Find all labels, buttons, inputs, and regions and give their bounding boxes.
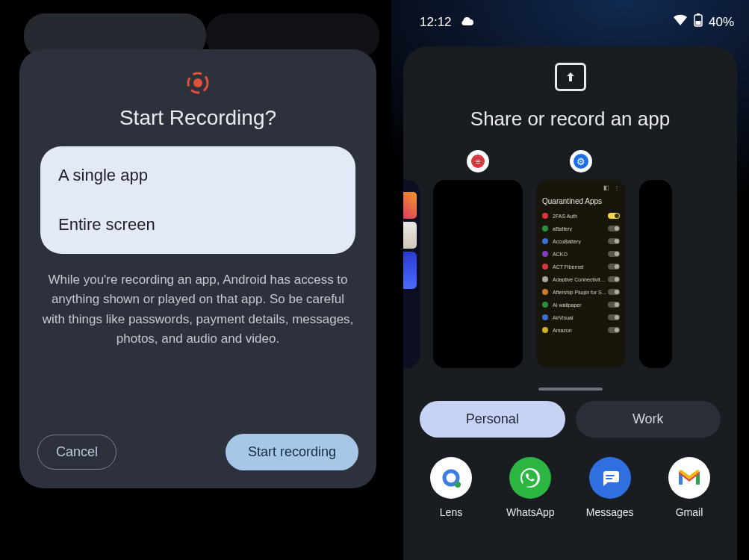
recent-app-card[interactable]: ≡ [433, 150, 523, 374]
share-target-gmail[interactable]: Gmail [659, 457, 719, 518]
app-thumbnail: ◧⋮ Quarantined Apps 2FAS Auth aBattery A… [536, 180, 626, 368]
svg-point-1 [193, 78, 202, 87]
status-battery-percent: 40% [709, 15, 734, 30]
share-targets-row: Lens WhatsApp Messages Gmail [403, 457, 737, 527]
app-icon: ≡ [467, 150, 489, 172]
wifi-icon [673, 14, 688, 30]
battery-icon [694, 13, 703, 31]
profile-tabs: Personal Work [403, 401, 737, 438]
recent-apps-row[interactable]: 🎨 all of the Day Mighty Morph ≡ [403, 150, 737, 374]
svg-rect-9 [606, 478, 612, 479]
app-thumbnail [433, 180, 523, 368]
dialog-description: While you're recording an app, Android h… [37, 270, 358, 419]
app-thumbnail: all of the Day Mighty Morph [403, 180, 420, 368]
tab-work[interactable]: Work [576, 401, 721, 438]
lens-icon [430, 457, 472, 499]
start-recording-dialog: Start Recording? A single app Entire scr… [19, 49, 376, 488]
screen-share-icon [555, 63, 586, 91]
gmail-icon [668, 457, 710, 499]
share-target-label: Lens [440, 506, 462, 518]
recent-app-card[interactable]: ⚙ ◧⋮ Quarantined Apps 2FAS Auth aBattery… [536, 150, 626, 374]
recent-app-card[interactable] [639, 150, 672, 374]
messages-icon [589, 457, 631, 499]
status-bar: 12:12 40% [391, 0, 749, 31]
scroll-indicator [538, 388, 603, 391]
share-target-lens[interactable]: Lens [421, 457, 481, 518]
svg-point-6 [455, 482, 461, 488]
share-target-messages[interactable]: Messages [580, 457, 640, 518]
recent-app-card[interactable]: 🎨 all of the Day Mighty Morph [403, 150, 420, 374]
share-target-label: WhatsApp [506, 506, 555, 518]
tab-personal[interactable]: Personal [420, 401, 565, 438]
recording-scope-options: A single app Entire screen [40, 146, 355, 254]
share-sheet: Share or record an app 🎨 all of the Day … [403, 46, 737, 560]
settings-icon: ⚙ [570, 150, 592, 172]
option-entire-screen[interactable]: Entire screen [40, 205, 355, 254]
thumb-heading: all of the Day [403, 180, 420, 192]
app-thumbnail [639, 180, 672, 368]
thumb-heading: Quarantined Apps [542, 197, 620, 205]
svg-rect-8 [606, 475, 615, 476]
share-target-whatsapp[interactable]: WhatsApp [500, 457, 560, 518]
whatsapp-icon [509, 457, 551, 499]
start-recording-button[interactable]: Start recording [226, 434, 358, 470]
record-icon [185, 70, 211, 96]
option-single-app[interactable]: A single app [40, 146, 355, 205]
cancel-button[interactable]: Cancel [37, 435, 116, 470]
svg-rect-3 [697, 13, 700, 15]
share-sheet-title: Share or record an app [403, 108, 737, 131]
svg-rect-4 [695, 21, 700, 25]
dialog-title: Start Recording? [37, 106, 358, 130]
status-time: 12:12 [420, 15, 452, 30]
cloud-icon [459, 15, 474, 30]
share-target-label: Gmail [676, 506, 703, 518]
share-target-label: Messages [586, 506, 634, 518]
